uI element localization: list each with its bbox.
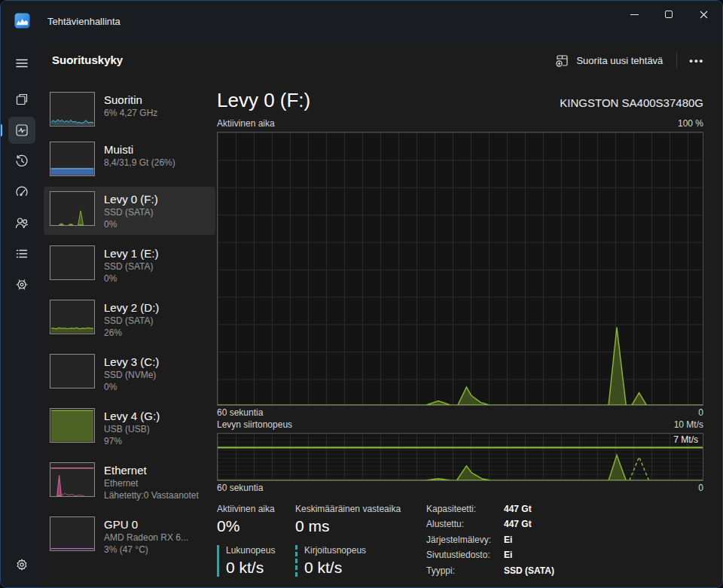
run-new-task-label: Suorita uusi tehtävä (576, 55, 663, 66)
sidebar-item-disk4[interactable]: Levy 4 (G:) USB (USB) 97% (44, 404, 215, 452)
sidebar-item-ethernet[interactable]: Ethernet Ethernet Lähetetty:0 Vastaanote… (44, 458, 215, 506)
system-disk-label: Järjestelmälevy: (426, 535, 502, 546)
sidebar-item-line3: 0% (104, 273, 159, 285)
disk-stats: Aktiivinen aika 0% Lukunopeus 0 kt/s Kes… (217, 504, 703, 577)
sidebar-item-line3: 0% (104, 381, 159, 393)
sidebar-item-startup-apps[interactable] (8, 178, 35, 206)
sidebar-item-gpu[interactable]: GPU 0 AMD Radeon RX 6... 3% (47 °C) (44, 512, 215, 560)
chart1-label: Aktiivinen aika (217, 118, 275, 129)
maximize-icon (665, 11, 673, 18)
active-time-stat-value: 0% (217, 517, 295, 535)
close-icon (700, 11, 708, 19)
disk-properties: Kapasiteetti: 447 Gt Alustettu: 447 Gt J… (426, 504, 554, 577)
run-new-task-button[interactable]: Suorita uusi tehtävä (546, 49, 672, 72)
capacity-label: Kapasiteetti: (426, 504, 502, 515)
detail-title: Levy 0 (F:) (217, 89, 310, 112)
sidebar-item-disk3[interactable]: Levy 3 (C:) SSD (NVMe) 0% (44, 349, 215, 398)
sidebar-item-line3: Lähetetty:0 Vastaanotet (104, 489, 199, 501)
sidebar-item-title: Levy 4 (G:) (104, 409, 160, 423)
chart2-ref-label: 7 Mt/s (673, 434, 698, 445)
window-title: Tehtävienhallinta (47, 16, 120, 27)
performance-icon (14, 123, 29, 138)
header-actions: Suorita uusi tehtävä ••• (546, 48, 712, 72)
sidebar-item-line3: 26% (104, 327, 159, 339)
capacity-value: 447 Gt (504, 504, 554, 515)
header-divider (676, 52, 677, 69)
close-button[interactable] (686, 2, 721, 27)
details-icon (14, 246, 29, 261)
sidebar-item-title: Levy 0 (F:) (104, 192, 158, 206)
type-label: Tyyppi: (426, 565, 502, 577)
sidebar-item-line2: SSD (SATA) (104, 315, 159, 327)
sidebar-item-title: Levy 1 (E:) (104, 246, 159, 260)
sidebar-item-line2: SSD (NVMe) (104, 369, 159, 381)
more-options-button[interactable]: ••• (682, 52, 712, 69)
content-body: Suoritin 6% 4,27 GHz Muisti 8,4/31,9 Gt … (43, 78, 722, 587)
sidebar-item-users[interactable] (8, 209, 35, 236)
transfer-rate-series (218, 434, 703, 480)
sidebar-item-disk0[interactable]: Levy 0 (F:) SSD (SATA) 0% (44, 187, 215, 235)
sidebar-item-title: Levy 3 (C:) (104, 355, 159, 369)
avg-response-label: Keskimääräinen vasteaika (295, 504, 426, 515)
disk2-thumbnail-chart (50, 300, 95, 334)
chart2-max-label: 10 Mt/s (674, 419, 703, 431)
app-history-icon (14, 154, 29, 169)
nav-rail (1, 42, 43, 587)
chart2-x-right: 0 (698, 483, 703, 494)
gpu-thumbnail-chart (50, 516, 95, 551)
sidebar-item-line3: 0% (104, 218, 158, 230)
chart2-x-left: 60 sekuntia (217, 483, 263, 494)
sidebar-item-line2: Ethernet (104, 477, 199, 489)
sidebar-item-performance[interactable] (8, 117, 35, 144)
sidebar-item-title: GPU 0 (104, 517, 188, 532)
chart2-label: Levyn siirtonopeus (217, 419, 292, 431)
settings-button[interactable] (8, 551, 35, 578)
formatted-label: Alustettu: (426, 519, 502, 530)
chart1-x-left: 60 sekuntia (217, 407, 263, 419)
sidebar-item-line2: SSD (SATA) (104, 260, 159, 273)
startup-apps-icon (14, 184, 29, 200)
formatted-value: 447 Gt (504, 519, 554, 530)
hamburger-menu-button[interactable] (8, 50, 35, 77)
sidebar-item-line2: 8,4/31,9 Gt (26%) (104, 157, 175, 169)
sidebar-item-title: Ethernet (104, 463, 199, 477)
device-name: KINGSTON SA400S37480G (560, 96, 703, 109)
disk3-thumbnail-chart (50, 354, 95, 388)
system-disk-value: Ei (504, 535, 554, 546)
hamburger-icon (14, 56, 29, 71)
sidebar-item-app-history[interactable] (8, 148, 35, 175)
sidebar-item-disk1[interactable]: Levy 1 (E:) SSD (SATA) 0% (44, 241, 215, 289)
sidebar-item-title: Levy 2 (D:) (104, 300, 159, 315)
sidebar-item-disk2[interactable]: Levy 2 (D:) SSD (SATA) 26% (44, 295, 215, 343)
sidebar-item-services[interactable] (8, 271, 35, 298)
performance-sidebar: Suoritin 6% 4,27 GHz Muisti 8,4/31,9 Gt … (44, 87, 215, 566)
sidebar-item-title: Muisti (104, 142, 175, 157)
minimize-button[interactable] (617, 2, 651, 27)
sidebar-item-processes[interactable] (8, 86, 35, 113)
sidebar-item-line3: 97% (104, 435, 160, 447)
sidebar-item-details[interactable] (8, 240, 35, 267)
type-value: SSD (SATA) (504, 565, 554, 577)
active-time-stat-label: Aktiivinen aika (217, 504, 295, 515)
read-speed-value: 0 kt/s (226, 559, 295, 577)
sidebar-item-line2: AMD Radeon RX 6... (104, 532, 188, 544)
processes-icon (14, 92, 29, 107)
disk1-thumbnail-chart (50, 245, 95, 280)
task-manager-window: Tehtävienhallinta (0, 0, 723, 588)
cpu-thumbnail-chart (50, 92, 95, 126)
maximize-button[interactable] (651, 2, 686, 27)
disk4-thumbnail-chart (50, 408, 95, 443)
sidebar-item-memory[interactable]: Muisti 8,4/31,9 Gt (26%) (44, 137, 215, 181)
write-speed-label: Kirjoitusnopeus (304, 545, 426, 556)
ethernet-thumbnail-chart (50, 462, 95, 497)
sidebar-item-line2: 6% 4,27 GHz (104, 107, 157, 119)
chart1-max-label: 100 % (678, 118, 703, 129)
write-speed-value: 0 kt/s (304, 559, 426, 577)
sidebar-item-cpu[interactable]: Suoritin 6% 4,27 GHz (44, 87, 215, 131)
titlebar: Tehtävienhallinta (1, 1, 722, 42)
sidebar-item-line3: 3% (47 °C) (104, 544, 188, 556)
chart1-x-right: 0 (698, 407, 703, 419)
transfer-rate-chart: 7 Mt/s (217, 433, 703, 481)
disk-detail-panel: Levy 0 (F:) KINGSTON SA400S37480G Aktiiv… (217, 89, 703, 577)
window-controls (617, 2, 721, 27)
